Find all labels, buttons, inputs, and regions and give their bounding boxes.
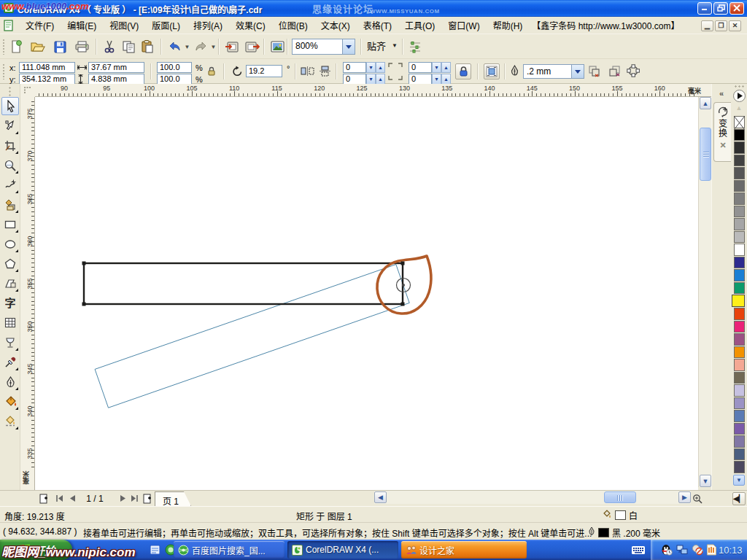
- task-button-1[interactable]: 百度图片搜索_国...: [174, 541, 285, 559]
- application-launcher-button[interactable]: [268, 38, 286, 55]
- palette-swatch[interactable]: [734, 218, 745, 230]
- palette-swatch[interactable]: [734, 231, 745, 244]
- palette-swatch[interactable]: [734, 461, 745, 473]
- drawing-canvas[interactable]: [35, 97, 698, 490]
- selected-rectangle-object[interactable]: [84, 263, 403, 304]
- palette-flyout-button[interactable]: [733, 90, 746, 102]
- to-back-button[interactable]: [608, 65, 622, 77]
- toolbar-grip[interactable]: [2, 39, 5, 55]
- palette-expand-button[interactable]: ◀▏: [732, 492, 746, 505]
- scale-x-field[interactable]: 100.0: [157, 62, 192, 73]
- palette-swatch[interactable]: [734, 346, 745, 359]
- navigator-zoom-button[interactable]: [691, 492, 704, 505]
- palette-swatch[interactable]: [734, 423, 745, 435]
- palette-swatch[interactable]: [734, 448, 745, 461]
- input-method-keyboard-icon[interactable]: [632, 545, 645, 558]
- options-button[interactable]: [406, 38, 424, 55]
- to-front-button[interactable]: [588, 65, 601, 77]
- redo-button[interactable]: [192, 38, 209, 55]
- corner-right-spinner[interactable]: ▼▲: [432, 62, 451, 73]
- mdi-restore-button[interactable]: ❐: [715, 20, 727, 31]
- eyedropper-tool[interactable]: [1, 353, 19, 371]
- palette-swatch[interactable]: [734, 372, 745, 384]
- undo-button[interactable]: [166, 38, 183, 55]
- corner-radius-right2-field[interactable]: 0: [409, 74, 432, 85]
- y-position-field[interactable]: 354.132 mm: [19, 74, 75, 85]
- text-tool[interactable]: 字: [1, 294, 19, 312]
- menu-item-2[interactable]: 编辑(E): [61, 19, 103, 34]
- menu-item-5[interactable]: 排列(A): [187, 19, 229, 34]
- tray-network-icon[interactable]: [676, 544, 688, 556]
- palette-swatch[interactable]: [734, 180, 745, 192]
- palette-swatch[interactable]: [734, 129, 745, 141]
- next-page-button[interactable]: [117, 492, 129, 505]
- corner-radius-left-field[interactable]: 0: [343, 62, 366, 73]
- print-button[interactable]: [73, 38, 90, 55]
- table-tool[interactable]: [1, 314, 19, 332]
- width-field[interactable]: 37.67 mm: [88, 62, 144, 73]
- task-button-2[interactable]: CorelDRAW X4 (...: [287, 541, 398, 559]
- corner-left2-spinner[interactable]: ▼▲: [366, 74, 385, 85]
- round-corners-together-button[interactable]: [455, 63, 471, 79]
- rectangle-tool[interactable]: [1, 215, 19, 233]
- crop-tool[interactable]: [1, 136, 19, 155]
- corner-radius-left2-field[interactable]: 0: [343, 74, 366, 85]
- palette-swatch[interactable]: [734, 141, 745, 154]
- scroll-down-icon[interactable]: ▼: [700, 475, 711, 487]
- palette-swatch[interactable]: [734, 244, 745, 256]
- scroll-right-icon[interactable]: ▶: [678, 491, 691, 503]
- menu-item-12[interactable]: 帮助(H): [487, 19, 530, 34]
- palette-swatch[interactable]: [734, 257, 745, 269]
- cut-button[interactable]: [101, 38, 118, 55]
- palette-swatch[interactable]: [734, 384, 745, 397]
- close-button[interactable]: [729, 2, 744, 15]
- convert-to-curves-button[interactable]: [626, 64, 640, 77]
- smart-fill-tool[interactable]: [1, 195, 19, 214]
- palette-swatch[interactable]: [734, 435, 745, 448]
- palette-no-color-swatch[interactable]: [734, 116, 745, 128]
- propbar-grip[interactable]: [2, 63, 5, 79]
- palette-swatch[interactable]: [734, 359, 745, 371]
- tray-qq-icon[interactable]: [661, 544, 673, 556]
- minimize-button[interactable]: [697, 2, 712, 15]
- palette-swatch[interactable]: [734, 333, 745, 346]
- mdi-close-button[interactable]: ✕: [729, 20, 741, 31]
- palette-swatch[interactable]: [734, 308, 745, 320]
- vertical-scrollbar[interactable]: ▲ ▼: [698, 97, 711, 487]
- blend-tool[interactable]: [1, 333, 19, 351]
- menu-item-1[interactable]: 文件(F): [19, 19, 61, 34]
- scroll-up-icon[interactable]: ▲: [700, 97, 711, 109]
- palette-swatch[interactable]: [734, 192, 745, 205]
- export-button[interactable]: [244, 38, 261, 55]
- copy-button[interactable]: [120, 38, 137, 55]
- hscroll-thumb[interactable]: [604, 491, 636, 503]
- docker-expand-button[interactable]: «: [714, 88, 729, 101]
- corner-left-spinner[interactable]: ▼▲: [366, 62, 385, 73]
- first-page-button[interactable]: [53, 492, 65, 505]
- transform-docker-tab[interactable]: 变换 ✕: [713, 102, 732, 162]
- add-page-end-button[interactable]: [142, 492, 154, 505]
- x-position-field[interactable]: 111.048 mm: [19, 62, 75, 73]
- menu-item-11[interactable]: 窗口(W): [441, 19, 486, 34]
- polygon-tool[interactable]: [1, 254, 19, 273]
- palette-swatch[interactable]: [734, 410, 745, 422]
- palette-swatch[interactable]: [734, 155, 745, 167]
- open-button[interactable]: [29, 38, 47, 55]
- mirror-horizontal-button[interactable]: [301, 66, 314, 77]
- fill-tool[interactable]: [1, 392, 19, 411]
- menu-item-6[interactable]: 效果(C): [229, 19, 272, 34]
- palette-swatch[interactable]: [734, 397, 745, 410]
- corner-right2-spinner[interactable]: ▼▲: [432, 74, 451, 85]
- docker-close-icon[interactable]: ✕: [719, 141, 727, 150]
- scroll-left-icon[interactable]: ◀: [374, 491, 387, 503]
- wrap-text-button[interactable]: [484, 63, 500, 79]
- restore-button[interactable]: [713, 2, 728, 15]
- import-button[interactable]: [223, 38, 241, 55]
- zoom-combo-arrow-icon[interactable]: [342, 39, 355, 54]
- pick-tool[interactable]: [1, 97, 19, 115]
- basic-shapes-tool[interactable]: [1, 274, 19, 292]
- save-button[interactable]: [51, 38, 69, 55]
- corner-radius-right-field[interactable]: 0: [409, 62, 432, 73]
- menu-item-3[interactable]: 视图(V): [103, 19, 145, 34]
- scale-lock-icon[interactable]: [207, 66, 216, 76]
